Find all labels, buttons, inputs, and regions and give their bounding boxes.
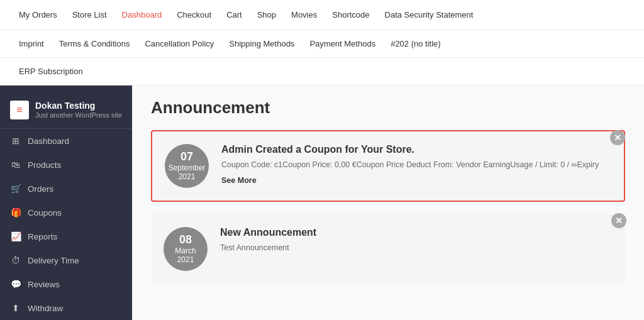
- main-layout: ≡ Dokan Testing Just another WordPress s…: [0, 86, 644, 320]
- date-circle-1: 07 September 2021: [165, 144, 209, 188]
- secondary-nav-terms[interactable]: Terms & Conditions: [53, 36, 136, 51]
- brand-name: Dokan Testing: [35, 101, 122, 111]
- announcement-month-2: March: [175, 246, 196, 255]
- sidebar-item-label: Dashboard: [28, 136, 69, 146]
- secondary-nav-imprint[interactable]: Imprint: [13, 36, 50, 51]
- announcement-year-1: 2021: [179, 172, 196, 181]
- withdraw-icon: ⬆: [10, 303, 21, 313]
- sidebar-item-label: Coupons: [28, 208, 62, 218]
- sidebar-item-delivery[interactable]: ⏱ Delivery Time: [0, 248, 132, 272]
- brand-sub: Just another WordPress site: [35, 111, 122, 119]
- sidebar-item-label: Delivery Time: [28, 256, 79, 265]
- sidebar-item-label: Orders: [28, 184, 53, 194]
- announcement-month-1: September: [169, 163, 206, 172]
- date-circle-2: 08 March 2021: [164, 227, 208, 271]
- announcement-card-1: ✕ 07 September 2021 Admin Created a Coup…: [151, 130, 625, 202]
- announcement-card-2: ✕ 08 March 2021 New Announcement Test An…: [151, 214, 625, 284]
- top-nav-item-checkout[interactable]: Checkout: [170, 8, 218, 22]
- orders-icon: 🛒: [10, 184, 21, 194]
- top-nav-item-shortcode[interactable]: Shortcode: [326, 8, 375, 22]
- announcement-title-2: New Announcement: [220, 227, 316, 238]
- reviews-icon: 💬: [10, 279, 21, 289]
- see-more-link-1[interactable]: See More: [221, 176, 257, 185]
- dashboard-icon: ⊞: [10, 136, 21, 146]
- top-nav: My Orders Store List Dashboard Checkout …: [0, 0, 644, 30]
- page-title: Announcement: [151, 98, 625, 118]
- announcement-year-2: 2021: [177, 255, 194, 264]
- third-nav: ERP Subscription: [0, 58, 644, 86]
- announcement-desc-1: Coupon Code: c1Coupon Price: 0,00 €Coupo…: [221, 159, 599, 171]
- announcement-title-1: Admin Created a Coupon for Your Store.: [221, 144, 599, 155]
- sidebar-item-reviews[interactable]: 💬 Reviews: [0, 272, 132, 296]
- hamburger-icon: ≡: [16, 104, 22, 116]
- secondary-nav-cancellation[interactable]: Cancellation Policy: [138, 36, 220, 51]
- top-nav-item-movies[interactable]: Movies: [285, 8, 323, 22]
- top-nav-item-shop[interactable]: Shop: [251, 8, 282, 22]
- sidebar-item-products[interactable]: 🛍 Products: [0, 153, 132, 177]
- sidebar-item-dashboard[interactable]: ⊞ Dashboard: [0, 129, 132, 153]
- close-button-2[interactable]: ✕: [611, 213, 626, 228]
- top-nav-item-cart[interactable]: Cart: [220, 8, 248, 22]
- sidebar-brand-icon: ≡: [10, 101, 29, 119]
- sidebar-item-label: Products: [28, 160, 61, 170]
- sidebar-item-withdraw[interactable]: ⬆ Withdraw: [0, 296, 132, 320]
- coupons-icon: 🎁: [10, 207, 21, 218]
- sidebar-brand: ≡ Dokan Testing Just another WordPress s…: [0, 92, 132, 129]
- delivery-icon: ⏱: [10, 255, 21, 265]
- sidebar-item-label: Withdraw: [28, 304, 63, 313]
- secondary-nav: Imprint Terms & Conditions Cancellation …: [0, 30, 644, 58]
- announcement-desc-2: Test Announcement: [220, 242, 316, 254]
- announcement-day-2: 08: [179, 234, 192, 246]
- products-icon: 🛍: [10, 160, 21, 170]
- sidebar-item-reports[interactable]: 📈 Reports: [0, 224, 132, 248]
- sidebar-item-orders[interactable]: 🛒 Orders: [0, 177, 132, 201]
- close-button-1[interactable]: ✕: [610, 130, 625, 145]
- announcement-body-1: Admin Created a Coupon for Your Store. C…: [221, 144, 599, 185]
- secondary-nav-payment[interactable]: Payment Methods: [303, 36, 382, 51]
- top-nav-item-storelist[interactable]: Store List: [66, 8, 113, 22]
- sidebar-item-label: Reports: [28, 232, 57, 241]
- reports-icon: 📈: [10, 231, 21, 241]
- third-nav-erp[interactable]: ERP Subscription: [13, 64, 89, 79]
- announcement-body-2: New Announcement Test Announcement: [220, 227, 316, 258]
- top-nav-item-myorders[interactable]: My Orders: [13, 8, 64, 22]
- announcement-day-1: 07: [180, 151, 193, 163]
- top-nav-item-dashboard[interactable]: Dashboard: [116, 8, 169, 22]
- secondary-nav-shipping[interactable]: Shipping Methods: [223, 36, 301, 51]
- top-nav-item-datasecurity[interactable]: Data Security Statement: [379, 8, 480, 22]
- sidebar-item-label: Reviews: [28, 280, 60, 289]
- sidebar-item-coupons[interactable]: 🎁 Coupons: [0, 201, 132, 224]
- sidebar-brand-text: Dokan Testing Just another WordPress sit…: [35, 101, 122, 119]
- sidebar: ≡ Dokan Testing Just another WordPress s…: [0, 86, 132, 320]
- content-area: Announcement ✕ 07 September 2021 Admin C…: [132, 86, 644, 320]
- secondary-nav-202[interactable]: #202 (no title): [384, 36, 447, 51]
